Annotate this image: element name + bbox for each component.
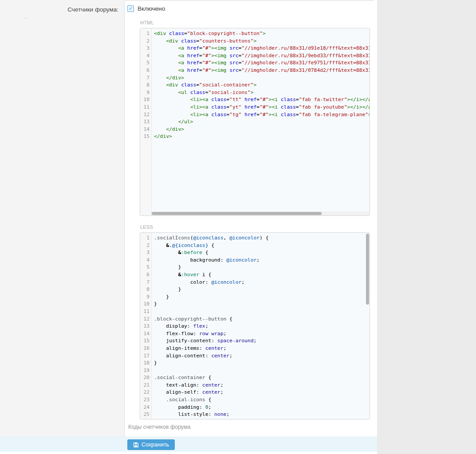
code-line: <div class="block-copyright--button"> <box>154 30 370 38</box>
vertical-scrollbar-thumb[interactable] <box>366 234 369 305</box>
code-line: text-align: center; <box>154 382 370 389</box>
save-button[interactable]: Сохранить <box>127 439 175 450</box>
code-line: &.@{iconclass} { <box>154 242 370 250</box>
code-line: </div> <box>154 133 370 141</box>
code-line: justify-content: space-around; <box>154 337 370 345</box>
code-line: align-items: center; <box>154 345 370 352</box>
code-line: align-content: center; <box>154 352 370 360</box>
code-line <box>154 308 370 316</box>
line-number: 8 <box>140 286 152 294</box>
code-line: display: flex; <box>154 323 370 330</box>
save-button-label: Сохранить <box>142 442 169 448</box>
line-number: 12 <box>140 316 152 323</box>
line-number: 4 <box>140 52 152 60</box>
line-number: 14 <box>140 126 152 133</box>
line-number: 6 <box>140 67 152 74</box>
line-number: 1 <box>140 30 152 38</box>
line-number: 20 <box>140 374 152 382</box>
line-number: 9 <box>140 294 152 301</box>
code-line: .social-icons { <box>154 396 370 404</box>
line-number: 7 <box>140 279 152 286</box>
field-helper-text: Коды счетчиков форума <box>128 424 190 430</box>
line-number: 15 <box>140 133 152 141</box>
code-line: </div> <box>154 74 370 82</box>
code-line: background: @iconcolor; <box>154 257 370 264</box>
line-number: 25 <box>140 411 152 419</box>
code-line: } <box>154 301 370 308</box>
enabled-checkbox-label: Включено <box>138 5 165 12</box>
line-number: 12 <box>140 111 152 119</box>
enabled-checkbox-row: ✓ Включено <box>127 5 165 12</box>
code-line: flex-flow: row wrap; <box>154 330 370 338</box>
checkmark-icon: ✓ <box>129 6 133 11</box>
line-number: 5 <box>140 59 152 67</box>
line-number: 10 <box>140 301 152 308</box>
horizontal-scrollbar[interactable] <box>152 211 370 215</box>
code-line: } <box>154 264 370 271</box>
line-number: 14 <box>140 330 152 338</box>
line-number: 21 <box>140 382 152 389</box>
code-line: .social-container { <box>154 374 370 382</box>
line-number: 7 <box>140 74 152 82</box>
code-line: &:before { <box>154 249 370 257</box>
line-number: 17 <box>140 352 152 360</box>
code-lines: <div class="block-copyright--button"> <d… <box>154 30 370 141</box>
line-number: 4 <box>140 257 152 264</box>
line-number: 1 <box>140 235 152 242</box>
code-line: } <box>154 360 370 367</box>
line-number: 10 <box>140 96 152 104</box>
code-line: .socialIcons(@iconclass, @iconcolor) { <box>154 235 370 242</box>
code-line: <a href="#"><img src="//imgholder.ru/88x… <box>154 67 370 74</box>
code-line: <a href="#"><img src="//imgholder.ru/88x… <box>154 45 370 52</box>
html-editor-label: HTML <box>140 20 154 25</box>
code-line: <a href="#"><img src="//imgholder.ru/88x… <box>154 59 370 67</box>
code-line: align-self: center; <box>154 389 370 396</box>
code-line: <li><a class="tt" href="#"><i class="fab… <box>154 96 370 104</box>
form-footer: Сохранить <box>0 437 377 452</box>
code-line: </div> <box>154 126 370 133</box>
line-number: 6 <box>140 271 152 279</box>
code-line: } <box>154 286 370 294</box>
line-number: 5 <box>140 264 152 271</box>
field-label-column: Счетчики форума: - <box>0 0 125 437</box>
line-numbers: 123456789101112131415 <box>140 30 152 141</box>
code-line: <li><a class="yt" href="#"><i class="fab… <box>154 104 370 111</box>
line-number: 2 <box>140 38 152 45</box>
field-content-column: ✓ Включено HTML 123456789101112131415 <d… <box>125 0 377 437</box>
enabled-checkbox[interactable]: ✓ <box>127 5 134 12</box>
line-number: 24 <box>140 404 152 411</box>
code-line: &:hover i { <box>154 271 370 279</box>
html-code-editor[interactable]: 123456789101112131415 <div class="block-… <box>140 28 370 216</box>
line-number: 13 <box>140 118 152 126</box>
save-floppy-icon <box>133 442 139 448</box>
line-number: 11 <box>140 104 152 111</box>
code-line <box>154 367 370 375</box>
code-lines: .socialIcons(@iconclass, @iconcolor) { &… <box>154 235 370 419</box>
line-number: 8 <box>140 82 152 89</box>
code-line: <div class="counters-buttons"> <box>154 38 370 45</box>
line-number: 3 <box>140 45 152 52</box>
code-line: color: @iconcolor; <box>154 279 370 286</box>
less-editor-label: LESS <box>140 224 153 230</box>
code-line: .block-copyright--button { <box>154 316 370 323</box>
code-line: padding: 0; <box>154 404 370 411</box>
settings-form-panel: Счетчики форума: - ✓ Включено HTML 12345… <box>0 0 377 454</box>
horizontal-scrollbar-thumb[interactable] <box>152 212 322 215</box>
less-code-editor[interactable]: 1234567891011121314151617181920212223242… <box>140 232 370 419</box>
line-number: 13 <box>140 323 152 330</box>
line-number: 23 <box>140 396 152 404</box>
code-line: list-style: none; <box>154 411 370 419</box>
line-number: 9 <box>140 89 152 97</box>
line-number: 16 <box>140 345 152 352</box>
row-divider <box>125 0 374 0</box>
code-line: } <box>154 294 370 301</box>
line-number: 3 <box>140 249 152 257</box>
code-line: </ul> <box>154 118 370 126</box>
stray-dash: - <box>25 15 27 21</box>
code-line: <a href="#"><img src="//imgholder.ru/88x… <box>154 52 370 60</box>
field-label: Счетчики форума: <box>67 6 118 13</box>
line-number: 18 <box>140 360 152 367</box>
code-line: <li><a class="tg" href="#"><i class="fab… <box>154 111 370 119</box>
line-number: 11 <box>140 308 152 316</box>
line-number: 22 <box>140 389 152 396</box>
